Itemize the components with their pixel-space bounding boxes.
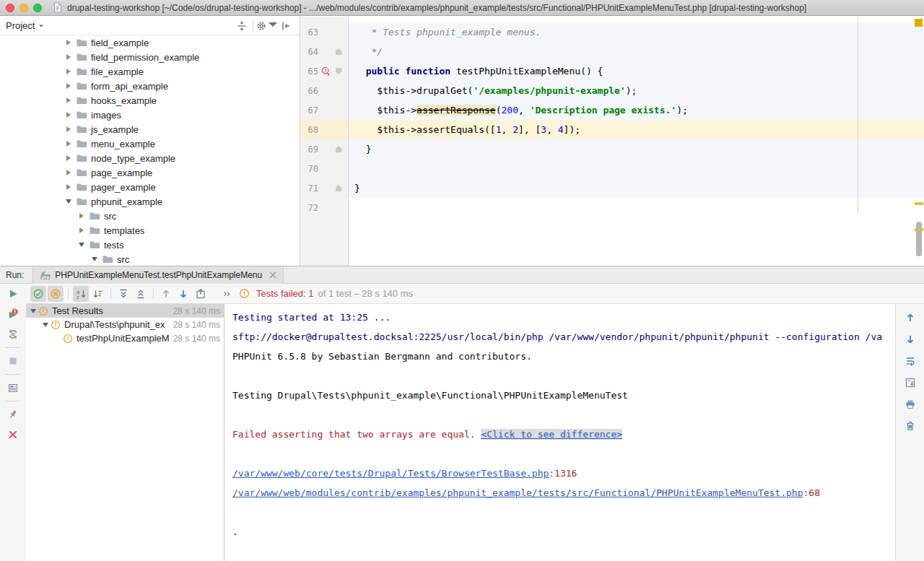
project-tree-item[interactable]: hooks_example [0,93,300,108]
toggle-auto-test-button[interactable] [5,326,21,342]
rerun-tests-button[interactable] [5,286,21,302]
restore-layout-button[interactable] [5,380,21,396]
expand-arrow-icon[interactable] [64,141,72,147]
collapse-arrow-icon[interactable] [27,309,38,313]
expand-arrow-icon[interactable] [64,54,72,60]
chevron-more-icon[interactable] [222,289,232,299]
fold-marker-slot[interactable] [333,185,344,191]
inspection-status-indicator[interactable] [915,19,923,27]
project-tree-item[interactable]: images [0,108,300,122]
console-link[interactable]: /var/www/web/core/tests/Drupal/Tests/Bro… [232,468,549,479]
collapse-all-button[interactable] [133,286,149,302]
expand-arrow-icon[interactable] [64,170,72,175]
rerun-failed-tests-button[interactable] [5,306,21,322]
pin-tab-button[interactable] [5,406,21,422]
collapse-arrow-icon[interactable] [40,323,51,327]
project-tree-item[interactable]: file_example [0,64,300,79]
expand-all-button[interactable] [116,286,131,302]
fold-up-icon[interactable] [336,185,342,191]
sort-by-duration-button[interactable] [90,286,106,302]
stop-button[interactable] [5,353,21,369]
run-tab[interactable]: php PHPUnitExampleMenuTest.testPhpUnitEx… [32,266,284,284]
project-panel-title[interactable]: Project [6,20,35,31]
code-line[interactable]: * Tests phpunit_example menus. [349,22,924,42]
close-button[interactable] [5,427,21,443]
expand-arrow-icon[interactable] [64,83,72,89]
console-link[interactable]: /var/www/web/modules/contrib/examples/ph… [232,487,803,498]
expand-arrow-icon[interactable] [64,97,72,103]
code-line[interactable]: } [349,178,924,198]
expand-arrow-icon[interactable] [64,69,72,74]
test-tree-item[interactable]: testPhpUnitExampleM28 s 140 ms [26,331,224,345]
up-the-stack-trace-button[interactable] [902,310,918,326]
folder-icon [76,109,87,121]
expand-arrow-icon[interactable] [77,227,85,233]
collapse-divider-button[interactable] [234,18,250,34]
fold-down-icon[interactable] [336,68,342,74]
project-tree-item[interactable]: node_type_example [0,151,300,165]
expand-arrow-icon[interactable] [64,112,72,118]
code-line[interactable]: $this->assertEquals([1, 2], [3, 4]); [349,120,924,139]
expand-arrow-icon[interactable] [77,213,85,219]
close-window-button[interactable] [6,4,14,12]
code-line[interactable] [349,159,924,178]
code-token [354,66,366,77]
export-test-results-button[interactable] [193,286,209,302]
collapse-arrow-icon[interactable] [90,257,98,261]
project-tree-item[interactable]: pager_example [0,180,300,194]
failed-test-run-icon[interactable] [318,66,333,76]
collapse-arrow-icon[interactable] [64,199,72,204]
code-line[interactable]: $this->assertResponse(200, 'Description … [349,100,924,120]
project-tree-item[interactable]: src [0,209,300,223]
console-link[interactable]: <Click to see difference> [481,429,622,440]
editor-scrollbar-thumb[interactable] [916,222,922,256]
project-tree-item[interactable]: field_permission_example [0,50,300,64]
code-line[interactable]: public function testPhpUnitExampleMenu()… [349,61,924,81]
collapse-arrow-icon[interactable] [77,243,85,247]
close-icon[interactable] [269,271,276,279]
code-line[interactable]: $this->drupalGet('/examples/phpunit-exam… [349,81,924,100]
hide-panel-button[interactable] [278,18,294,34]
code-line[interactable] [349,198,924,217]
fold-up-icon[interactable] [336,146,342,152]
project-tree-item[interactable]: src [0,252,300,266]
code-line[interactable]: */ [349,42,924,61]
minimize-window-button[interactable] [19,4,28,12]
show-ignored-button[interactable] [48,286,64,302]
scroll-to-end-button[interactable] [902,375,918,391]
warning-stripe-mark[interactable] [915,202,923,205]
test-tree-item[interactable]: Test Results28 s 140 ms [26,304,224,318]
code-line[interactable]: } [349,139,924,159]
code-token: testPhpUnitExampleMenu() { [450,66,603,77]
clear-all-button[interactable] [902,418,918,434]
gear-button[interactable] [256,18,278,34]
sort-alphabetically-button[interactable]: az [73,286,89,302]
project-tree-item[interactable]: js_example [0,122,300,136]
down-the-stack-trace-button[interactable] [902,331,918,347]
fold-marker-slot[interactable] [333,146,344,152]
editor-code-area[interactable]: * Tests phpunit_example menus. */ public… [349,17,924,266]
warning-stripe-mark[interactable] [915,228,923,231]
expand-arrow-icon[interactable] [64,40,72,45]
project-tree-item[interactable]: menu_example [0,136,300,151]
chevron-down-icon[interactable] [38,23,44,29]
show-passed-button[interactable] [30,286,46,302]
project-tree-item[interactable]: page_example [0,165,300,180]
project-tree-item[interactable]: field_example [0,35,300,50]
project-tree-item[interactable]: phpunit_example [0,194,300,209]
fold-up-icon[interactable] [336,48,342,55]
use-soft-wraps-button[interactable] [902,353,918,369]
expand-arrow-icon[interactable] [64,126,72,132]
expand-arrow-icon[interactable] [64,184,72,190]
expand-arrow-icon[interactable] [64,155,72,161]
fold-marker-slot[interactable] [333,68,344,74]
fold-marker-slot[interactable] [333,48,344,55]
test-tree-item[interactable]: Drupal\Tests\phpunit_ex28 s 140 ms [26,318,224,331]
project-tree-item[interactable]: tests [0,238,300,252]
next-failed-test-button[interactable] [175,286,191,302]
print-button[interactable] [902,396,918,412]
project-tree-item[interactable]: form_api_example [0,79,300,93]
previous-failed-test-button[interactable] [158,286,174,302]
zoom-window-button[interactable] [33,4,42,12]
project-tree-item[interactable]: templates [0,223,300,238]
